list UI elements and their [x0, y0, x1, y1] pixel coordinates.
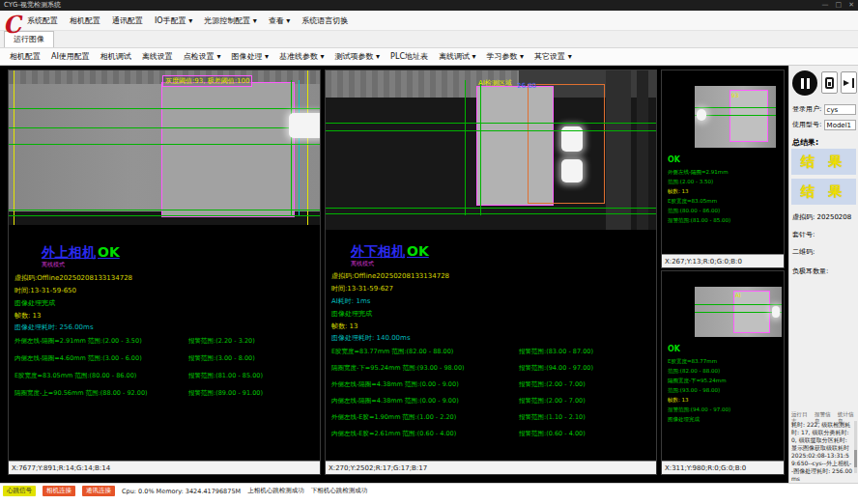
measure-row: 外侧左线-E胶=1.90mm 范围:(1.00 - 2.20) [331, 413, 456, 422]
small-bottom-camera-image[interactable]: AI [695, 287, 782, 337]
measure-line [299, 80, 300, 215]
app-window: CYG-视觉检测系统 — □ ✕ 系统配置 相机配置 通讯配置 IO手配置 ▾ … [0, 0, 858, 504]
alarm-range: 报警范围:(2.00 - 7.00) [519, 397, 586, 406]
scanner-icon [825, 77, 834, 89]
camera-name: 外上相机OK [42, 244, 120, 262]
alarm-range: 报警范围:(89.00 - 91.00) [188, 389, 263, 398]
measure-line [326, 123, 656, 124]
status-ok: OK [407, 243, 429, 259]
middle-camera-image[interactable]: AI检测区域 26.80 [326, 70, 656, 230]
small-top-coords-bar: X:267;Y:13;R:0;G:0;B:0 [662, 254, 784, 267]
measure-line [465, 80, 466, 215]
tool-learn-params[interactable]: 学习参数 ▾ [487, 51, 525, 62]
virtual-code-value: 20250208 [817, 213, 852, 221]
measure-line [291, 80, 292, 215]
bright-object [289, 113, 320, 138]
frame-count-text: 帧数: 13 [14, 311, 42, 321]
main-area: 灰度阈值:93, 极差阈值:100 外上相机OK 离线模式 虚拟码:Offlin… [0, 66, 858, 483]
comm-link-badge: 通讯连接 [82, 486, 115, 496]
tool-offline-settings[interactable]: 离线设置 [142, 51, 173, 62]
login-user-row: 登录用户: cys [792, 104, 856, 115]
camera-link-badge: 相机连接 [43, 486, 75, 496]
small-bottom-camera-panel: AI OK E胶宽度=83.77mm 范围:(82.00 - 88.00) 隔圈… [661, 270, 785, 475]
middle-coords-bar: X:270;Y:2502;R:17;G:17;B:17 [326, 461, 656, 474]
tool-ai-config[interactable]: AI使用配置 [51, 51, 90, 62]
alarm-range: 报警范围:(83.00 - 87.00) [519, 348, 593, 356]
toolbar: 相机配置 AI使用配置 相机调试 离线设置 点检设置 ▾ 图像处理 ▾ 基准线参… [0, 48, 858, 66]
alarm-range: 报警范围:(3.00 - 8.00) [188, 354, 255, 363]
edge-line [14, 70, 14, 225]
title-bar: CYG-视觉检测系统 — □ ✕ [0, 0, 858, 11]
log-scrollbar[interactable] [854, 421, 857, 473]
left-coords-bar: X:7677;Y:891;R:14;G:14;B:14 [9, 461, 320, 474]
measure-line [9, 144, 320, 145]
measure-line [9, 210, 320, 210]
tool-camera-config[interactable]: 相机配置 [10, 51, 41, 62]
alarm-range: 报警范围:(2.20 - 3.20) [188, 337, 255, 346]
window-controls: — □ ✕ [822, 0, 855, 11]
alarm-range: 报警范围:(2.00 - 7.00) [519, 380, 586, 389]
mini-result-line: 范围:(82.00 - 88.00) [668, 368, 720, 375]
login-user-field[interactable]: cys [824, 104, 856, 115]
machine-column [606, 70, 631, 230]
mini-result-line: E胶宽度=83.77mm [668, 358, 717, 365]
time-text: 时间:13-31-59-627 [331, 284, 393, 294]
mini-result-line: 隔圈宽度-下=95.24mm [668, 378, 727, 384]
tool-offline-debug[interactable]: 离线调试 ▾ [439, 51, 476, 62]
measure-row: E胶宽度=83.05mm 范围:(80.00 - 86.00) [14, 372, 136, 380]
menu-camera-config[interactable]: 相机配置 [70, 15, 100, 26]
needle-label: 套针号: [792, 230, 815, 239]
small-top-camera-panel: 93 OK 外侧左线-隔圈=2.91mm 范围:(2.00 - 3.50) 帧数… [661, 70, 785, 268]
status-ok: OK [668, 345, 680, 353]
mini-result-line: 范围:(80.00 - 86.00) [668, 208, 720, 214]
tool-spot-check[interactable]: 点检设置 ▾ [184, 51, 221, 62]
model-row: 使用型号: Model1 [792, 120, 856, 130]
menu-io-config[interactable]: IO手配置 ▾ [155, 15, 192, 26]
upper-cam-heartbeat-text: 上相机心跳检测成功 [247, 487, 304, 495]
tool-image-processing[interactable]: 图像处理 ▾ [231, 51, 269, 62]
tool-baseline-params[interactable]: 基准线参数 ▾ [279, 51, 325, 62]
mini-result-line: 图像处理完成 [668, 416, 700, 423]
close-icon[interactable]: ✕ [848, 0, 854, 11]
small-bottom-coords-bar: X:311;Y:980;R:0;G:0;B:0 [662, 461, 784, 474]
tool-other-settings[interactable]: 其它设置 ▾ [534, 51, 572, 62]
menu-language-switch[interactable]: 系统语言切换 [301, 15, 348, 26]
result-box-1: 结 果 [791, 149, 856, 175]
minimize-icon[interactable]: — [822, 0, 829, 11]
logout-button[interactable] [841, 71, 857, 94]
small-top-camera-image[interactable]: 93 [695, 86, 776, 148]
heartbeat-badge: 心跳信号 [3, 486, 36, 496]
menu-light-config[interactable]: 光源控制配置 ▾ [204, 15, 257, 26]
thumb-overlay-label: 93 [731, 92, 739, 98]
left-camera-image[interactable]: 灰度阈值:93, 极差阈值:100 [9, 70, 320, 225]
mini-result-line: 报警范围:(81.00 - 85.00) [668, 217, 730, 224]
barcode-text: 虚拟码:Offline20250208133134728 [331, 271, 449, 281]
alarm-range: 报警范围:(94.00 - 97.00) [519, 364, 593, 373]
camera-name: 外下相机OK [351, 243, 429, 261]
log-text: 耗时: 222, 级联检测耗时: 17, 级联分类耗时: 0, 级联提取分区耗时… [791, 421, 853, 483]
menu-comm-config[interactable]: 通讯配置 [112, 15, 143, 26]
virtual-code-row: 虚拟码: 20250208 [792, 212, 851, 222]
lower-cam-heartbeat-text: 下相机心跳检测成功 [311, 487, 368, 495]
qr-label: 二维码: [792, 247, 815, 257]
model-field[interactable]: Model1 [824, 120, 856, 130]
measure-row: 外侧左线-隔圈=4.38mm 范围:(0.00 - 9.00) [331, 380, 459, 389]
mini-result-line: 范围:(2.00 - 3.50) [668, 179, 713, 185]
scan-button[interactable] [821, 71, 838, 94]
left-result-area: 外上相机OK 离线模式 虚拟码:Offline20250208133134728… [9, 225, 320, 462]
pause-button[interactable] [792, 70, 817, 96]
threshold-overlay-label: 灰度阈值:93, 极差阈值:100 [162, 75, 252, 87]
maximize-icon[interactable]: □ [836, 0, 843, 11]
menu-system-config[interactable]: 系统配置 [27, 15, 58, 26]
measure-line [9, 108, 320, 109]
measure-row: 内侧左线-隔圈=4.38mm 范围:(0.00 - 9.00) [331, 397, 459, 406]
ai-region-label: AI检测区域 [478, 78, 512, 88]
tool-test-params[interactable]: 测试项参数 ▾ [335, 51, 381, 62]
measure-line [480, 80, 481, 215]
product-roi-box [161, 82, 295, 217]
tool-camera-debug[interactable]: 相机调试 [100, 51, 131, 62]
menu-view[interactable]: 查看 ▾ [269, 15, 291, 26]
alarm-range: 报警范围:(81.00 - 85.00) [188, 372, 263, 380]
ai-elapsed-text: AI耗时: 1ms [331, 296, 370, 306]
tool-plc-address[interactable]: PLC地址表 [390, 51, 428, 62]
